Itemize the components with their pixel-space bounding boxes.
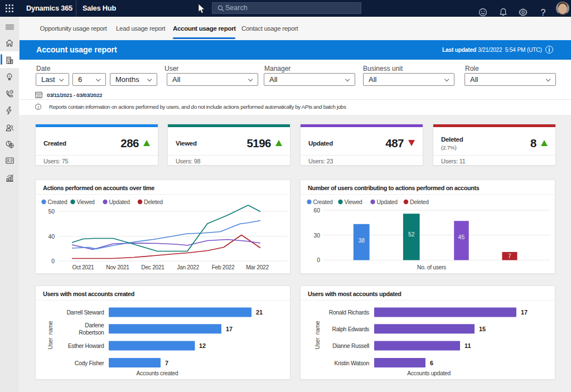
svg-text:Mar 2022: Mar 2022 (246, 264, 269, 270)
svg-text:Cody Fisher: Cody Fisher (75, 360, 105, 366)
svg-text:Updated: Updated (377, 199, 398, 205)
svg-text:60: 60 (313, 207, 320, 214)
svg-text:40: 40 (48, 234, 55, 240)
svg-text:Jan 2022: Jan 2022 (177, 264, 199, 270)
svg-text:Ronald Richards: Ronald Richards (329, 309, 369, 316)
svg-text:21: 21 (256, 309, 263, 316)
svg-text:45: 45 (458, 234, 465, 240)
svg-text:Created: Created (48, 199, 67, 205)
svg-text:52: 52 (408, 231, 415, 238)
svg-text:?: ? (541, 8, 546, 17)
svg-text:Accounts created: Accounts created (137, 370, 178, 376)
svg-text:Ralph Edwards: Ralph Edwards (332, 326, 369, 332)
svg-text:Deleted: Deleted (144, 199, 163, 205)
svg-text:Created: Created (313, 199, 333, 205)
svg-text:Esther Howard: Esther Howard (68, 343, 104, 349)
svg-text:User name: User name (314, 321, 321, 350)
svg-text:Darlene: Darlene (85, 322, 104, 328)
svg-text:Feb 2022: Feb 2022 (212, 264, 235, 270)
svg-text:Darrell Steward: Darrell Steward (66, 309, 104, 316)
svg-text:17: 17 (521, 309, 528, 316)
svg-text:Accounts updated: Accounts updated (407, 370, 451, 376)
svg-text:Oct 2021: Oct 2021 (72, 264, 95, 270)
svg-text:17: 17 (226, 326, 233, 332)
svg-text:15: 15 (479, 326, 486, 332)
svg-text:Kristin Watson: Kristin Watson (335, 360, 370, 366)
svg-text:Dianne Russell: Dianne Russell (332, 343, 369, 349)
svg-text:Updated: Updated (109, 199, 130, 205)
svg-text:30: 30 (313, 233, 320, 239)
svg-text:Viewed: Viewed (77, 199, 95, 205)
svg-text:0: 0 (51, 258, 55, 264)
svg-text:Deleted: Deleted (410, 199, 429, 205)
svg-text:No. of users: No. of users (417, 264, 446, 270)
svg-text:13: 13 (11, 91, 13, 93)
svg-text:User name: User name (47, 321, 54, 350)
svg-text:12: 12 (199, 342, 206, 349)
svg-text:7: 7 (165, 360, 168, 366)
svg-text:Nov 2021: Nov 2021 (106, 264, 129, 270)
svg-text:0: 0 (317, 257, 320, 263)
svg-text:50: 50 (48, 209, 55, 215)
svg-text:Dec 2021: Dec 2021 (141, 264, 164, 270)
svg-text:7: 7 (508, 253, 511, 259)
svg-text:6: 6 (430, 360, 433, 366)
svg-text:Robertson: Robertson (79, 330, 104, 336)
svg-text:11: 11 (464, 342, 471, 349)
svg-text:Viewed: Viewed (345, 199, 363, 205)
svg-text:38: 38 (358, 238, 365, 244)
